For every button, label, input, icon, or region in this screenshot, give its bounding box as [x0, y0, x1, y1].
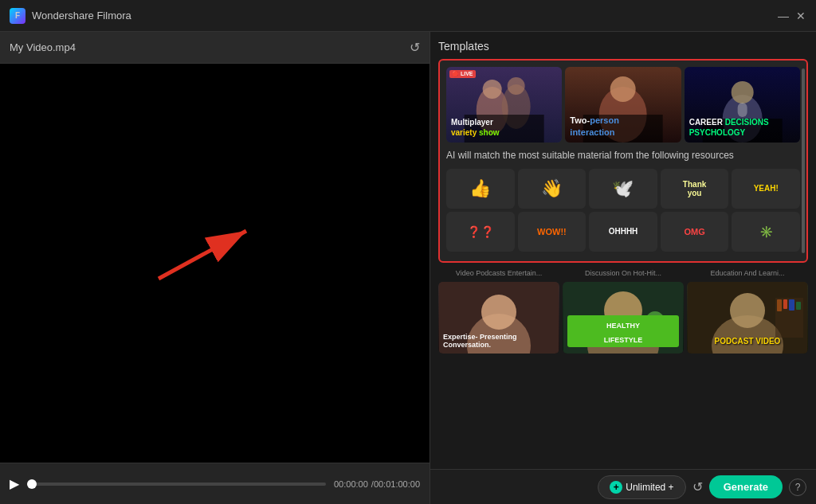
sticker-ohhh[interactable]: OHHHH	[589, 212, 657, 252]
templates-title: Templates	[438, 40, 808, 53]
bottom-thumb-healthy[interactable]: HEALTHYLIFESTYLE	[563, 282, 684, 354]
svg-rect-28	[796, 302, 801, 310]
titlebar: F Wondershare Filmora — ✕	[0, 0, 816, 32]
live-badge-area: 🔴 LIVE	[449, 70, 476, 78]
bottom-thumbnails: Expertise- PresentingConversation. HEALT…	[438, 282, 808, 354]
thumb-label-two-person: Two-personinteraction	[570, 115, 676, 138]
template-popup: 🔴 LIVE Multiplayervariety show	[438, 59, 808, 263]
file-name-label: My Video.mp4	[10, 41, 76, 53]
file-bar: My Video.mp4 ↺	[0, 32, 430, 64]
play-button[interactable]: ▶	[10, 476, 19, 491]
titlebar-controls: — ✕	[778, 10, 806, 21]
ai-match-text: AI will match the most suitable material…	[446, 149, 800, 162]
thumb-label-career: CAREER DECISIONSPSYCHOLOGY	[689, 117, 795, 138]
scrollbar[interactable]	[802, 68, 805, 253]
sticker-yeah[interactable]: YEAH!	[732, 169, 800, 209]
svg-point-8	[610, 76, 636, 102]
time-display: 00:00:00 /00:01:00:00	[334, 479, 420, 489]
bottom-label-2: Discussion On Hot-Hit...	[563, 269, 684, 277]
svg-rect-13	[737, 103, 747, 117]
bottom-thumb-expertise[interactable]: Expertise- PresentingConversation.	[438, 282, 559, 354]
svg-line-1	[159, 231, 246, 279]
template-thumb-two-person[interactable]: Two-personinteraction	[565, 67, 681, 143]
svg-rect-26	[783, 299, 787, 309]
template-thumb-multiplayer[interactable]: 🔴 LIVE Multiplayervariety show	[446, 67, 562, 143]
red-arrow-icon	[151, 223, 262, 287]
unlimited-button[interactable]: + Unlimited +	[598, 475, 685, 499]
sticker-thankyou[interactable]: Thankyou	[661, 169, 729, 209]
template-thumbnails: 🔴 LIVE Multiplayervariety show	[446, 67, 800, 143]
bottom-action-bar: + Unlimited + ↺ Generate ?	[430, 469, 816, 504]
sticker-omg[interactable]: OMG	[661, 212, 729, 252]
left-panel: My Video.mp4 ↺ ▶ 00:00:00 /00:01:00:0	[0, 32, 430, 504]
plus-circle-icon: +	[610, 481, 622, 494]
svg-rect-25	[777, 299, 782, 311]
video-preview	[0, 64, 430, 463]
svg-point-16	[481, 295, 516, 330]
generate-button[interactable]: Generate	[709, 475, 783, 498]
svg-point-23	[730, 293, 765, 328]
bt-label-expertise: Expertise- PresentingConversation.	[443, 333, 555, 349]
refresh-button[interactable]: ↺	[410, 40, 420, 55]
svg-point-11	[731, 81, 753, 104]
sticker-thumbsup[interactable]: 👍	[446, 169, 515, 209]
bottom-label-3: Education And Learni...	[687, 269, 808, 277]
template-thumb-career[interactable]: CAREER DECISIONSPSYCHOLOGY	[685, 67, 800, 143]
unlimited-label: Unlimited +	[626, 482, 673, 493]
timeline-knob	[27, 479, 37, 489]
svg-point-5	[508, 77, 525, 95]
sticker-wow[interactable]: WOW!!	[518, 212, 586, 252]
bottom-label-1: Video Podcasts Entertain...	[438, 269, 559, 277]
right-panel: Templates	[430, 32, 816, 504]
bt-label-podcast: PODCAST VIDEO	[715, 337, 781, 346]
sticker-grid-row1: 👍 👋 🕊️ Thankyou YEAH!	[446, 169, 800, 209]
thumb-label-multiplayer: Multiplayervariety show	[451, 117, 557, 138]
bt-label-healthy: HEALTHYLIFESTYLE	[604, 322, 643, 344]
sticker-wave[interactable]: 👋	[518, 169, 586, 209]
titlebar-left: F Wondershare Filmora	[10, 8, 131, 24]
sticker-question[interactable]: ❓❓	[446, 212, 515, 252]
app-name: Wondershare Filmora	[32, 10, 131, 21]
minimize-button[interactable]: —	[778, 10, 789, 21]
total-time: /00:01:00:00	[371, 479, 420, 489]
svg-point-4	[483, 80, 502, 99]
timeline-bar: ▶ 00:00:00 /00:01:00:00	[0, 463, 430, 504]
bottom-thumb-podcast[interactable]: PODCAST VIDEO	[687, 282, 808, 354]
refresh-templates-button[interactable]: ↺	[692, 479, 703, 494]
current-time: 00:00:00	[334, 479, 368, 489]
sticker-grid-row2: ❓❓ WOW!! OHHHH OMG ✳️	[446, 212, 800, 252]
main-layout: My Video.mp4 ↺ ▶ 00:00:00 /00:01:00:0	[0, 32, 816, 504]
close-button[interactable]: ✕	[795, 10, 806, 21]
help-button[interactable]: ?	[789, 479, 806, 496]
app-logo: F	[10, 8, 26, 24]
sticker-x[interactable]: ✳️	[732, 212, 800, 252]
timeline-track[interactable]	[27, 483, 326, 486]
svg-rect-27	[789, 299, 794, 311]
bottom-labels: Video Podcasts Entertain... Discussion O…	[438, 269, 808, 277]
sticker-dove[interactable]: 🕊️	[589, 169, 657, 209]
